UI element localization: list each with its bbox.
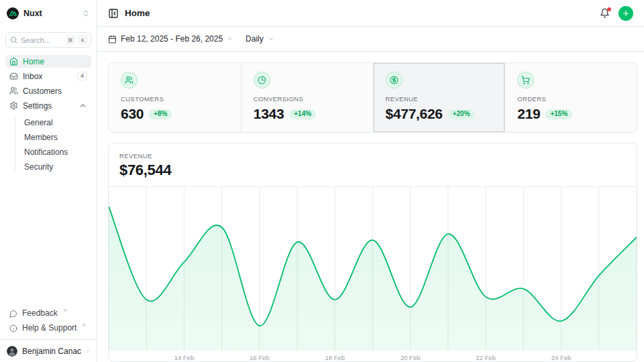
topbar-actions <box>600 6 633 21</box>
sidebar-item-label: Settings <box>23 101 52 111</box>
sidebar-item-inbox[interactable]: Inbox 4 <box>5 70 91 82</box>
user-name: Benjamin Canac <box>22 347 81 356</box>
sidebar-item-label: Customers <box>23 86 62 96</box>
chevron-down-icon <box>268 36 274 42</box>
subnav-label: Notifications <box>24 147 68 157</box>
sidebar-item-security[interactable]: Security <box>15 160 86 173</box>
stat-delta-badge: +15% <box>545 109 572 119</box>
x-axis-label: 20 Feb <box>400 354 421 361</box>
stats-cards: CUSTOMERS 630 +8% CONVERSIONS 1343 +14% <box>108 62 637 133</box>
filters-toolbar: Feb 12, 2025 - Feb 26, 2025 Daily <box>97 27 644 52</box>
stat-card-customers[interactable]: CUSTOMERS 630 +8% <box>109 63 241 132</box>
chevrons-up-down-icon <box>86 347 90 355</box>
nuxt-logo-icon <box>7 7 19 19</box>
stat-delta-badge: +8% <box>149 109 172 119</box>
help-support-label: Help & Support <box>22 322 76 335</box>
help-support-link[interactable]: Help & Support <box>5 322 91 335</box>
stat-label: REVENUE <box>386 95 493 103</box>
stat-label: CUSTOMERS <box>121 95 229 103</box>
gear-icon <box>9 101 18 110</box>
stat-label: ORDERS <box>517 95 625 103</box>
top-header: Home <box>97 0 644 27</box>
subnav-label: General <box>24 118 53 127</box>
cart-icon <box>517 72 534 88</box>
sidebar-item-home[interactable]: Home <box>5 55 91 68</box>
x-axis-label: 18 Feb <box>325 354 345 361</box>
stat-card-revenue[interactable]: REVENUE $477,626 +20% <box>373 63 505 132</box>
revenue-area-chart <box>109 186 637 351</box>
sidebar-item-general[interactable]: General <box>15 116 86 129</box>
date-range-picker[interactable]: Feb 12, 2025 - Feb 26, 2025 <box>108 34 233 44</box>
feedback-label: Feedback <box>22 307 58 320</box>
sidebar-item-notifications[interactable]: Notifications <box>15 145 86 158</box>
x-axis-label: 14 Feb <box>174 354 195 361</box>
revenue-chart-header: REVENUE $76,544 <box>109 143 637 186</box>
revenue-chart-card: REVENUE $76,544 14 Feb16 Feb18 Feb20 Feb… <box>108 143 637 362</box>
chevrons-up-down-icon <box>82 9 90 17</box>
user-menu[interactable]: Benjamin Canac <box>0 339 97 362</box>
chevron-up-icon <box>78 101 87 110</box>
settings-subnav: General Members Notifications Security <box>15 116 91 173</box>
home-icon <box>9 57 18 66</box>
add-button[interactable] <box>619 6 633 21</box>
stat-delta-badge: +20% <box>448 109 475 119</box>
x-axis: 14 Feb16 Feb18 Feb20 Feb22 Feb24 Feb <box>109 351 637 362</box>
message-circle-icon <box>9 310 17 318</box>
sidebar-item-label: Home <box>23 57 44 66</box>
search-icon <box>10 36 17 44</box>
workspace-name: Nuxt <box>23 9 42 18</box>
sidebar-spacer <box>0 173 97 307</box>
kbd-k: K <box>78 36 87 44</box>
external-link-icon <box>62 308 67 313</box>
stat-value: 1343 <box>254 106 284 122</box>
info-icon <box>9 324 17 333</box>
sidebar-item-label: Inbox <box>23 72 42 81</box>
revenue-chart-plot[interactable] <box>109 186 637 351</box>
stat-card-orders[interactable]: ORDERS 219 +15% <box>504 63 637 132</box>
avatar <box>7 346 17 357</box>
collapse-sidebar-button[interactable] <box>108 8 119 19</box>
chart-title: REVENUE <box>119 152 626 160</box>
sidebar-item-customers[interactable]: Customers <box>5 84 91 97</box>
inbox-count-badge: 4 <box>77 72 87 80</box>
sidebar-item-settings[interactable]: Settings <box>5 99 91 112</box>
x-axis-label: 24 Feb <box>551 354 572 361</box>
stat-value: 630 <box>121 106 144 122</box>
plus-icon <box>622 9 630 17</box>
page-title: Home <box>125 8 150 18</box>
users-icon <box>121 72 138 88</box>
search-input[interactable]: Search... ⌘ K <box>5 32 91 48</box>
calendar-icon <box>108 35 117 44</box>
chevron-down-icon <box>227 36 233 42</box>
subnav-label: Members <box>24 133 58 142</box>
sidebar-item-members[interactable]: Members <box>15 131 86 143</box>
dashboard-content: CUSTOMERS 630 +8% CONVERSIONS 1343 +14% <box>97 52 644 362</box>
circle-dollar-icon <box>386 72 402 88</box>
chart-total-value: $76,544 <box>119 162 626 179</box>
stat-value: 219 <box>517 106 540 122</box>
search-placeholder: Search... <box>21 36 62 44</box>
period-select[interactable]: Daily <box>246 34 274 44</box>
stat-delta-badge: +14% <box>289 109 316 119</box>
workspace-switcher[interactable]: Nuxt <box>0 0 97 27</box>
stat-value: $477,626 <box>386 106 443 122</box>
feedback-link[interactable]: Feedback <box>5 307 91 320</box>
app-window: Nuxt Search... ⌘ K Home Inbox 4 Customer… <box>0 0 644 362</box>
pie-chart-icon <box>254 72 270 88</box>
sidebar: Nuxt Search... ⌘ K Home Inbox 4 Customer… <box>0 0 97 362</box>
inbox-icon <box>9 72 18 80</box>
stat-card-conversions[interactable]: CONVERSIONS 1343 +14% <box>241 63 373 132</box>
notification-dot <box>607 7 611 11</box>
date-range-label: Feb 12, 2025 - Feb 26, 2025 <box>121 34 223 44</box>
users-icon <box>9 86 18 95</box>
stat-label: CONVERSIONS <box>254 95 361 103</box>
notifications-button[interactable] <box>600 8 610 18</box>
x-axis-label: 16 Feb <box>250 354 270 361</box>
kbd-cmd: ⌘ <box>66 36 76 44</box>
x-axis-label: 22 Feb <box>476 354 496 361</box>
panel-left-close-icon <box>108 8 119 19</box>
sidebar-footer-links: Feedback Help & Support <box>0 307 97 339</box>
period-label: Daily <box>246 34 264 44</box>
external-link-icon <box>81 323 86 328</box>
sidebar-nav: Home Inbox 4 Customers Settings General … <box>0 55 97 173</box>
